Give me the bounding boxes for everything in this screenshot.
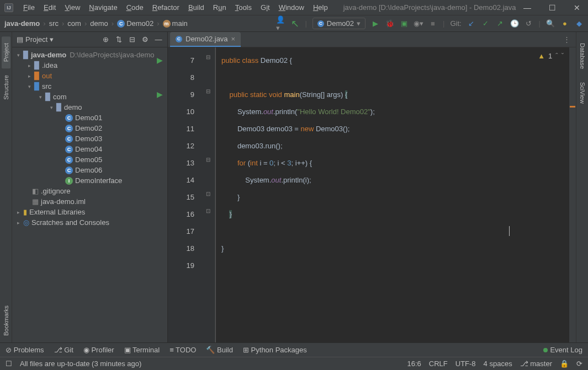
- minimize-button[interactable]: ―: [520, 3, 534, 12]
- tree-file-demo03[interactable]: CDemo03: [12, 133, 167, 144]
- tab-close-icon[interactable]: ×: [231, 35, 236, 43]
- cwm-icon[interactable]: ◆: [575, 19, 584, 28]
- error-stripe[interactable]: [569, 47, 576, 342]
- fold-gutter: ⊟ ⊟ ⊟ ⊡ ⊡: [204, 47, 215, 342]
- status-pos[interactable]: 16:6: [407, 360, 421, 368]
- tree-file-demo01[interactable]: CDemo01: [12, 112, 167, 123]
- git-label: Git:: [450, 19, 461, 28]
- close-button[interactable]: ✕: [570, 3, 584, 12]
- sidetab-database[interactable]: Database: [578, 36, 587, 76]
- tab-demo02[interactable]: C Demo02.java ×: [170, 32, 241, 47]
- tree-demo[interactable]: ▾▉demo: [12, 102, 167, 112]
- tree-file-demo05[interactable]: CDemo05: [12, 154, 167, 165]
- run-line-icon[interactable]: ▶: [157, 52, 163, 69]
- tree-file-demo04[interactable]: CDemo04: [12, 144, 167, 154]
- git-push-icon[interactable]: ↗: [496, 19, 505, 28]
- crumb-method[interactable]: mmain: [163, 19, 188, 28]
- git-update-icon[interactable]: ↙: [467, 19, 476, 28]
- git-revert-icon[interactable]: ↺: [525, 19, 533, 28]
- tree-file-demo06[interactable]: CDemo06: [12, 165, 167, 175]
- tree-idea[interactable]: ▸▉.idea: [12, 60, 167, 71]
- tree-ext-lib[interactable]: ▸▮External Libraries: [12, 207, 167, 217]
- tree-file-demo02[interactable]: CDemo02: [12, 123, 167, 133]
- sidetab-project[interactable]: Project: [2, 36, 10, 68]
- bt-problems[interactable]: ⊘ Problems: [6, 346, 44, 354]
- status-le[interactable]: CRLF: [429, 360, 448, 368]
- inspection-widget[interactable]: ▲ 1 ˆ ˇ: [538, 52, 564, 60]
- debug-icon[interactable]: 🐞: [385, 19, 394, 28]
- sidetab-bookmarks[interactable]: Bookmarks: [2, 299, 10, 342]
- menu-build[interactable]: Build: [184, 2, 209, 13]
- bottom-tool-tabs: ⊘ Problems ⎇ Git ◉ Profiler ▣ Terminal ≡…: [0, 342, 588, 357]
- run-icon[interactable]: ▶: [371, 19, 380, 28]
- maximize-button[interactable]: ☐: [545, 3, 559, 12]
- main-menu: File Edit View Navigate Code Refactor Bu…: [19, 2, 332, 13]
- menu-run[interactable]: Run: [209, 2, 231, 13]
- editor: C Demo02.java × ⋮ ▶7 8 ▶9 10 11 12 13 14…: [168, 32, 576, 342]
- expand-icon[interactable]: ⇅: [114, 35, 123, 44]
- menu-view[interactable]: View: [60, 2, 84, 13]
- status-lock-icon[interactable]: 🔒: [560, 360, 569, 368]
- sidetab-sciview[interactable]: SciView: [578, 76, 587, 110]
- search-icon[interactable]: 🔍: [546, 19, 555, 28]
- left-tool-stripe: Project Structure Bookmarks: [0, 32, 12, 342]
- target-icon[interactable]: ⊕: [101, 35, 110, 44]
- hide-panel-icon[interactable]: —: [154, 35, 163, 44]
- tree-root[interactable]: ▾▉java-demo D:\IdeaProjects\java-demo: [12, 50, 167, 60]
- menu-git[interactable]: Git: [256, 2, 274, 13]
- status-icon[interactable]: ☐: [6, 360, 12, 368]
- crumb-demo[interactable]: demo: [90, 19, 108, 28]
- status-message: All files are up-to-date (3 minutes ago): [20, 360, 141, 368]
- menu-help[interactable]: Help: [309, 2, 332, 13]
- tree-com[interactable]: ▾▉com: [12, 92, 167, 102]
- code-text[interactable]: public class Demo02 { public static void…: [215, 47, 569, 342]
- crumb-project[interactable]: java-demo: [4, 19, 40, 28]
- bt-profiler[interactable]: ◉ Profiler: [83, 346, 114, 354]
- git-commit-icon[interactable]: ✓: [481, 19, 490, 28]
- git-history-icon[interactable]: 🕒: [510, 19, 519, 28]
- ide-icon[interactable]: ●: [560, 19, 569, 28]
- menu-window[interactable]: Window: [274, 2, 309, 13]
- status-branch[interactable]: ⎇ master: [520, 360, 552, 368]
- tree-iml[interactable]: ▦java-demo.iml: [12, 196, 167, 207]
- bt-build[interactable]: 🔨 Build: [206, 346, 233, 354]
- menu-code[interactable]: Code: [122, 2, 148, 13]
- right-tool-stripe: Database SciView: [576, 32, 588, 342]
- crumb-class[interactable]: CDemo02: [117, 19, 153, 28]
- collapse-icon[interactable]: ⊟: [128, 35, 136, 44]
- menu-refactor[interactable]: Refactor: [148, 2, 184, 13]
- tree-gitignore[interactable]: ◧.gitignore: [12, 186, 167, 196]
- bt-eventlog[interactable]: Event Log: [543, 346, 582, 354]
- status-sync-icon[interactable]: ⟳: [576, 360, 582, 368]
- project-combo[interactable]: ▤ Project ▾: [17, 35, 54, 44]
- run-line-icon[interactable]: ▶: [157, 86, 163, 103]
- run-config-dropdown[interactable]: C Demo02 ▾: [312, 18, 365, 29]
- bt-python[interactable]: ⊞ Python Packages: [243, 346, 307, 354]
- profile-icon[interactable]: ◉▾: [414, 19, 423, 28]
- tree-src[interactable]: ▾▉src: [12, 81, 167, 92]
- status-indent[interactable]: 4 spaces: [484, 360, 512, 368]
- bt-git[interactable]: ⎇ Git: [54, 346, 73, 354]
- project-panel: ▤ Project ▾ ⊕ ⇅ ⊟ ⚙ — ▾▉java-demo D:\Ide…: [12, 32, 168, 342]
- status-enc[interactable]: UTF-8: [455, 360, 476, 368]
- menu-file[interactable]: File: [19, 2, 39, 13]
- tree-file-interface[interactable]: IDemoInterface: [12, 175, 167, 186]
- menu-tools[interactable]: Tools: [231, 2, 256, 13]
- bt-todo[interactable]: ≡ TODO: [169, 346, 196, 354]
- back-icon[interactable]: ↖: [290, 19, 299, 28]
- add-user-icon[interactable]: 👤▾: [276, 19, 285, 28]
- line-gutter: ▶7 8 ▶9 10 11 12 13 14 15 16 17 18 19: [168, 47, 204, 342]
- menu-edit[interactable]: Edit: [39, 2, 60, 13]
- coverage-icon[interactable]: ▣: [400, 19, 409, 28]
- crumb-com[interactable]: com: [67, 19, 81, 28]
- tree-out[interactable]: ▸▉out: [12, 71, 167, 81]
- stop-icon[interactable]: ■: [428, 19, 437, 28]
- tree-scratches[interactable]: ▸◎Scratches and Consoles: [12, 217, 167, 228]
- menu-navigate[interactable]: Navigate: [84, 2, 121, 13]
- bt-terminal[interactable]: ▣ Terminal: [124, 346, 160, 354]
- tabs-more-icon[interactable]: ⋮: [558, 32, 576, 47]
- project-tree: ▾▉java-demo D:\IdeaProjects\java-demo ▸▉…: [12, 47, 167, 342]
- sidetab-structure[interactable]: Structure: [2, 68, 10, 106]
- gear-icon[interactable]: ⚙: [141, 35, 150, 44]
- crumb-src[interactable]: src: [49, 19, 59, 28]
